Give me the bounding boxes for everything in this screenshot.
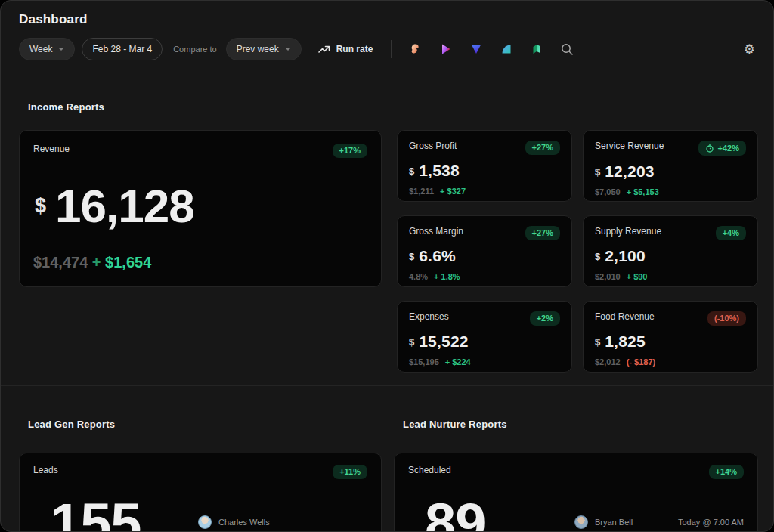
header: Dashboard (1, 1, 773, 27)
small-cards-grid: Gross Profit +27% $1,538 $1,211+ $327 Se… (397, 130, 758, 373)
compare-select[interactable]: Prev week (226, 38, 302, 60)
currency-symbol: $ (35, 194, 46, 218)
supply-revenue-card[interactable]: Supply Revenue +4% $2,100 $2,010+ $90 (583, 215, 758, 287)
person-name: Bryan Bell (595, 518, 633, 527)
date-range-button[interactable]: Feb 28 - Mar 4 (82, 38, 163, 60)
card-label: Expenses (409, 311, 449, 322)
run-rate-button[interactable]: Run rate (318, 44, 373, 54)
previous-value: 4.8% (409, 272, 428, 281)
previous-value: $2,012 (595, 357, 621, 367)
status-badge: +17% (333, 144, 367, 158)
page-title: Dashboard (19, 12, 755, 27)
status-badge: +11% (333, 465, 367, 479)
list-item[interactable]: Bryan Bell Today @ 7:00 AM (574, 515, 744, 529)
avatar (198, 515, 212, 529)
card-label: Supply Revenue (595, 226, 661, 237)
currency-symbol: $ (409, 251, 414, 262)
date-range-label: Feb 28 - Mar 4 (92, 44, 152, 54)
card-label: Gross Profit (409, 141, 457, 151)
status-badge: +14% (709, 465, 744, 479)
card-amount: 6.6% (419, 247, 456, 265)
status-badge: +27% (525, 226, 560, 240)
chevron-down-icon (285, 48, 291, 51)
badge-value: +42% (718, 144, 739, 153)
income-section-title: Income Reports (28, 101, 773, 113)
gross-profit-card[interactable]: Gross Profit +27% $1,538 $1,211+ $327 (397, 130, 572, 202)
previous-value: $15,195 (409, 357, 439, 367)
previous-value: $1,211 (409, 187, 434, 196)
list-item[interactable]: Charles Wells (198, 515, 367, 529)
delta-value: (- $187) (627, 357, 656, 367)
funnel-blue-icon[interactable] (470, 43, 482, 55)
revenue-amount: 16,128 (55, 183, 194, 230)
lead-gen-section-title: Lead Gen Reports (28, 419, 382, 430)
income-cards-grid: Revenue +17% $ 16,128 $14,474 + $1,654 G… (1, 130, 773, 373)
compare-to-label: Compare to (173, 45, 216, 54)
lead-nurture-section-title: Lead Nurture Reports (403, 419, 758, 430)
scheduled-count: 89 (425, 496, 485, 532)
food-revenue-card[interactable]: Food Revenue (-10%) $1,825 $2,012(- $187… (583, 301, 758, 373)
dashboard-window: Dashboard Week Feb 28 - Mar 4 Compare to… (0, 0, 774, 532)
revenue-value: $ 16,128 (35, 183, 367, 230)
status-badge: (-10%) (707, 311, 746, 326)
previous-value: $7,050 (595, 187, 621, 196)
leads-count: 155 (50, 496, 141, 532)
flag-green-icon[interactable] (531, 43, 543, 55)
card-amount: 15,522 (419, 332, 468, 351)
card-amount: 2,100 (605, 247, 646, 265)
chevron-down-icon (58, 48, 64, 51)
delta-value: $1,654 (105, 254, 151, 271)
period-select[interactable]: Week (19, 38, 75, 60)
status-badge: +27% (525, 141, 560, 155)
scheduled-card[interactable]: Scheduled +14% 89 Bryan Bell Today @ 7:0… (394, 453, 758, 532)
currency-symbol: $ (409, 165, 414, 177)
status-badge: +42% (698, 141, 746, 156)
trending-up-icon (318, 44, 330, 54)
run-rate-label: Run rate (336, 44, 373, 54)
card-label: Scheduled (408, 465, 451, 475)
service-revenue-card[interactable]: Service Revenue +42% $12,203 $7,050+ $5,… (583, 130, 758, 202)
avatar (574, 515, 588, 529)
play-magenta-icon[interactable] (440, 43, 452, 55)
stopwatch-icon (705, 144, 714, 153)
delta-value: + $327 (440, 187, 466, 196)
bottom-sections: Lead Gen Reports Lead Nurture Reports Le… (1, 385, 773, 532)
delta-value: + $5,153 (627, 187, 659, 196)
card-label: Food Revenue (595, 311, 655, 322)
leads-card[interactable]: Leads +11% 155 Charles Wells (19, 453, 382, 532)
card-label: Revenue (33, 144, 70, 154)
quadrant-teal-icon[interactable] (500, 43, 512, 55)
card-label: Leads (33, 465, 58, 475)
currency-symbol: $ (595, 251, 600, 262)
previous-value: $2,010 (595, 272, 621, 281)
settings-gear-icon[interactable]: ⚙ (744, 43, 755, 56)
revenue-card[interactable]: Revenue +17% $ 16,128 $14,474 + $1,654 (19, 130, 382, 287)
card-amount: 1,538 (419, 162, 460, 180)
integration-icons (410, 43, 543, 55)
revenue-comparison: $14,474 + $1,654 (33, 254, 367, 271)
period-select-value: Week (29, 44, 52, 54)
status-badge: +4% (716, 226, 746, 240)
gross-margin-card[interactable]: Gross Margin +27% $6.6% 4.8%+ 1.8% (397, 215, 572, 287)
card-label: Service Revenue (595, 141, 664, 151)
currency-symbol: $ (409, 336, 414, 348)
toolbar: Week Feb 28 - Mar 4 Compare to Prev week… (1, 37, 773, 61)
status-badge: +2% (530, 311, 560, 326)
previous-value: $14,474 (33, 254, 88, 271)
toolbar-divider (391, 40, 392, 58)
currency-symbol: $ (595, 166, 600, 178)
card-amount: 1,825 (605, 332, 646, 351)
currency-symbol: $ (595, 336, 600, 348)
scheduled-time: Today @ 7:00 AM (678, 518, 744, 527)
delta-value: + $224 (445, 357, 471, 367)
search-icon[interactable] (561, 43, 574, 56)
card-label: Gross Margin (409, 226, 463, 237)
person-name: Charles Wells (218, 518, 270, 527)
expenses-card[interactable]: Expenses +2% $15,522 $15,195+ $224 (397, 301, 572, 373)
plus-sign: + (92, 254, 101, 271)
card-amount: 12,203 (605, 162, 654, 181)
delta-value: + $90 (627, 272, 648, 281)
compare-select-value: Prev week (237, 44, 279, 54)
delta-value: + 1.8% (434, 272, 460, 281)
blob-orange-icon[interactable] (410, 43, 422, 55)
